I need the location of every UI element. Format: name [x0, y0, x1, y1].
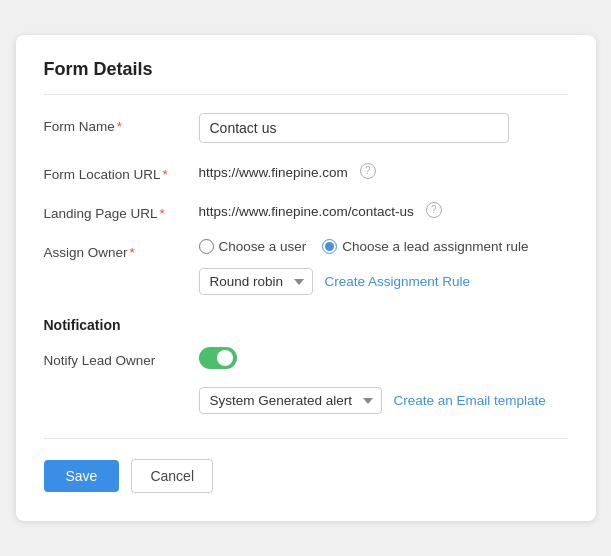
assign-owner-label: Assign Owner*: [44, 239, 199, 260]
required-star: *: [117, 119, 122, 134]
landing-page-url-value: https://www.finepine.com/contact-us ?: [199, 200, 568, 219]
form-location-url-help-icon[interactable]: ?: [360, 163, 376, 179]
form-location-url-value: https://www.finepine.com ?: [199, 161, 568, 180]
form-details-card: Form Details Form Name* Form Location UR…: [16, 35, 596, 521]
round-robin-dropdown[interactable]: Round robin: [199, 268, 313, 295]
form-location-url-text: https://www.finepine.com: [199, 161, 348, 180]
radio-choose-assignment-rule[interactable]: Choose a lead assignment rule: [322, 239, 528, 254]
required-star: *: [160, 206, 165, 221]
required-star: *: [130, 245, 135, 260]
create-email-template-link[interactable]: Create an Email template: [394, 393, 546, 408]
notify-lead-owner-toggle[interactable]: [199, 347, 237, 369]
notify-lead-owner-row: Notify Lead Owner: [44, 347, 568, 369]
cancel-button[interactable]: Cancel: [131, 459, 213, 493]
card-title: Form Details: [44, 59, 568, 95]
notify-lead-owner-label: Notify Lead Owner: [44, 347, 199, 368]
form-name-value: [199, 113, 568, 143]
form-name-label: Form Name*: [44, 113, 199, 134]
notify-lead-owner-value: [199, 347, 568, 369]
email-template-label: [44, 387, 199, 393]
assign-owner-row: Assign Owner* Choose a user Choose a lea…: [44, 239, 568, 295]
email-template-value: System Generated alert Create an Email t…: [199, 387, 568, 414]
assign-owner-value: Choose a user Choose a lead assignment r…: [199, 239, 568, 295]
system-generated-alert-dropdown[interactable]: System Generated alert: [199, 387, 382, 414]
radio-choose-user-input[interactable]: [199, 239, 214, 254]
save-button[interactable]: Save: [44, 460, 120, 492]
assign-owner-radio-group: Choose a user Choose a lead assignment r…: [199, 239, 529, 254]
landing-page-url-row: Landing Page URL* https://www.finepine.c…: [44, 200, 568, 221]
radio-assignment-rule-input[interactable]: [322, 239, 337, 254]
form-location-url-label: Form Location URL*: [44, 161, 199, 182]
form-name-row: Form Name*: [44, 113, 568, 143]
footer-divider: [44, 438, 568, 439]
assignment-rule-dropdown-row: Round robin Create Assignment Rule: [199, 268, 471, 295]
email-template-row: System Generated alert Create an Email t…: [44, 387, 568, 414]
notification-section-title: Notification: [44, 313, 568, 333]
footer-buttons: Save Cancel: [44, 459, 568, 493]
form-location-url-row: Form Location URL* https://www.finepine.…: [44, 161, 568, 182]
radio-choose-user[interactable]: Choose a user: [199, 239, 307, 254]
landing-page-url-text: https://www.finepine.com/contact-us: [199, 200, 414, 219]
create-assignment-rule-link[interactable]: Create Assignment Rule: [325, 274, 471, 289]
notification-section: Notification Notify Lead Owner System Ge…: [44, 313, 568, 414]
landing-page-url-help-icon[interactable]: ?: [426, 202, 442, 218]
form-name-input[interactable]: [199, 113, 509, 143]
required-star: *: [163, 167, 168, 182]
landing-page-url-label: Landing Page URL*: [44, 200, 199, 221]
toggle-slider: [199, 347, 237, 369]
